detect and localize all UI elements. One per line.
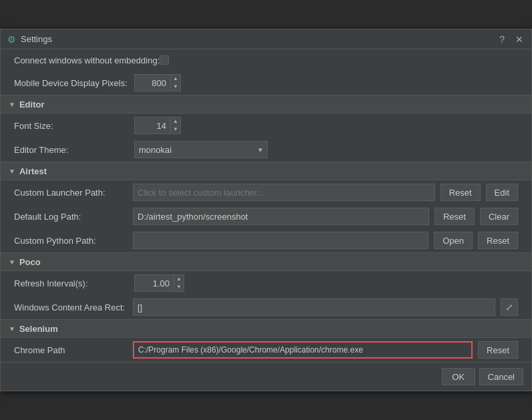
chrome-path-label: Chrome Path — [14, 345, 127, 355]
mobile-pixels-down[interactable]: ▼ — [171, 83, 180, 91]
editor-theme-row: Editor Theme: monokai default solarized … — [1, 138, 531, 162]
editor-theme-select[interactable]: monokai default solarized — [134, 141, 268, 158]
editor-theme-select-wrapper: monokai default solarized ▼ — [134, 141, 268, 158]
airtest-section-title: Airtest — [19, 166, 47, 176]
refresh-interval-arrows: ▲ ▼ — [174, 274, 184, 292]
title-bar-right: ? ✕ — [497, 35, 526, 44]
chrome-path-input[interactable] — [133, 341, 473, 359]
log-reset-button[interactable]: Reset — [435, 208, 475, 225]
chrome-reset-button[interactable]: Reset — [478, 341, 518, 359]
editor-section-title: Editor — [19, 99, 45, 110]
poco-section-header: ▼ Poco — [1, 252, 531, 271]
python-open-button[interactable]: Open — [434, 232, 473, 249]
selenium-section-title: Selenium — [19, 324, 58, 334]
refresh-interval-input[interactable] — [134, 274, 174, 292]
refresh-interval-row: Refresh Interval(s): ▲ ▼ — [1, 271, 531, 295]
font-size-down[interactable]: ▼ — [171, 126, 180, 134]
settings-window: ⚙ Settings ? ✕ Connect windows without e… — [0, 29, 532, 391]
chrome-path-row: Chrome Path Reset — [1, 338, 531, 362]
log-path-row: Default Log Path: Reset Clear — [1, 204, 531, 228]
python-reset-button[interactable]: Reset — [478, 232, 518, 249]
python-path-row: Custom Python Path: Open Reset — [1, 228, 531, 252]
poco-section-title: Poco — [19, 257, 41, 267]
connect-windows-label: Connect windows without embedding: — [14, 55, 160, 65]
footer-bar: OK Cancel — [1, 362, 531, 391]
launcher-path-input[interactable] — [133, 184, 435, 201]
expand-button[interactable]: ⤢ — [501, 298, 518, 316]
connect-windows-checkbox[interactable] — [160, 55, 169, 65]
refresh-interval-up[interactable]: ▲ — [174, 275, 184, 283]
connect-windows-row: Connect windows without embedding: — [1, 49, 531, 71]
launcher-path-label: Custom Launcher Path: — [14, 188, 127, 198]
mobile-pixels-row: Mobile Device Display Pixels: ▲ ▼ — [1, 71, 531, 95]
refresh-interval-spinner: ▲ ▼ — [134, 274, 184, 292]
log-clear-button[interactable]: Clear — [480, 208, 518, 225]
ok-button[interactable]: OK — [442, 368, 475, 385]
airtest-triangle-icon: ▼ — [9, 168, 15, 175]
title-bar-left: ⚙ Settings — [6, 34, 52, 45]
editor-theme-label: Editor Theme: — [14, 145, 134, 155]
launcher-path-row: Custom Launcher Path: Reset Edit — [1, 180, 531, 204]
cancel-button[interactable]: Cancel — [479, 368, 523, 385]
font-size-arrows: ▲ ▼ — [171, 117, 181, 134]
selenium-triangle-icon: ▼ — [9, 325, 15, 333]
mobile-pixels-up[interactable]: ▲ — [171, 75, 180, 83]
content-area: Connect windows without embedding: Mobil… — [1, 49, 531, 391]
poco-triangle-icon: ▼ — [9, 258, 15, 266]
font-size-up[interactable]: ▲ — [171, 118, 180, 126]
font-size-spinner: ▲ ▼ — [134, 117, 181, 134]
refresh-interval-label: Refresh Interval(s): — [14, 278, 134, 288]
mobile-pixels-input[interactable] — [134, 74, 171, 91]
python-path-input[interactable] — [133, 232, 429, 249]
settings-icon: ⚙ — [6, 34, 17, 45]
log-path-label: Default Log Path: — [14, 212, 127, 222]
content-rect-row: Windows Content Area Rect: ⤢ — [1, 295, 531, 319]
content-rect-label: Windows Content Area Rect: — [14, 302, 127, 312]
python-path-label: Custom Python Path: — [14, 236, 127, 246]
launcher-edit-button[interactable]: Edit — [486, 184, 518, 201]
close-button[interactable]: ✕ — [513, 35, 526, 44]
font-size-row: Font Size: ▲ ▼ — [1, 114, 531, 138]
content-rect-input[interactable] — [133, 298, 495, 316]
window-title: Settings — [21, 34, 52, 44]
title-bar: ⚙ Settings ? ✕ — [1, 29, 531, 49]
help-button[interactable]: ? — [497, 35, 507, 44]
refresh-interval-down[interactable]: ▼ — [174, 283, 184, 291]
mobile-pixels-label: Mobile Device Display Pixels: — [14, 78, 134, 88]
launcher-reset-button[interactable]: Reset — [441, 184, 481, 201]
mobile-pixels-arrows: ▲ ▼ — [171, 74, 181, 91]
mobile-pixels-spinner: ▲ ▼ — [134, 74, 181, 91]
font-size-input[interactable] — [134, 117, 171, 134]
editor-triangle-icon: ▼ — [9, 101, 15, 108]
log-path-input[interactable] — [133, 208, 429, 225]
font-size-label: Font Size: — [14, 121, 134, 131]
airtest-section-header: ▼ Airtest — [1, 162, 531, 180]
selenium-section-header: ▼ Selenium — [1, 319, 531, 338]
editor-section-header: ▼ Editor — [1, 95, 531, 114]
